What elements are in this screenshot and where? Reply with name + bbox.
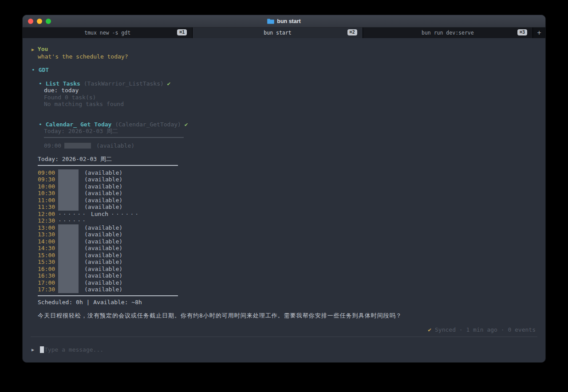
tool-output-line: due: today <box>32 87 536 94</box>
message-input[interactable]: ▶ Type a message... <box>32 346 536 353</box>
calendar-row-time: 13:00 <box>38 224 58 231</box>
availability-block <box>58 183 79 190</box>
calendar-row-time: 11:00 <box>38 197 58 204</box>
user-prompt-icon: ▶ <box>32 47 34 52</box>
availability-label: (available) <box>84 245 122 252</box>
calendar-row-time: 12:30 <box>38 217 58 224</box>
tab-shortcut-badge: ⌘2 <box>347 29 357 35</box>
availability-label: (available) <box>84 197 122 204</box>
tool-name: List Tasks <box>46 80 80 87</box>
availability-label: (available) <box>84 266 122 273</box>
tool-id: (Calendar_GetToday) <box>115 121 181 128</box>
lunch-dots: ······ <box>58 217 87 224</box>
new-tab-button[interactable]: + <box>533 27 545 38</box>
calendar-row-time: 15:30 <box>38 259 58 266</box>
calendar-preview-rule <box>44 137 184 138</box>
availability-block <box>58 204 79 211</box>
availability-block <box>58 279 79 286</box>
availability-block <box>58 238 79 245</box>
availability-label: (available) <box>84 259 122 266</box>
assistant-name: GDT <box>39 67 49 73</box>
desktop: bun start tmux new -s gdt ⌘1 bun start ⌘… <box>0 0 568 392</box>
calendar-header: Today: 2026-02-03 周二 <box>32 156 536 163</box>
lunch-label: Lunch <box>91 211 108 218</box>
calendar-row: 12:00······Lunch······ <box>38 211 536 218</box>
sync-status-text: Synced · 1 min ago · 0 events <box>435 326 536 333</box>
calendar-summary: Scheduled: 0h | Available: ~8h <box>32 299 536 306</box>
calendar-row: 14:30(available) <box>38 245 536 252</box>
calendar-row-time: 17:30 <box>38 286 58 293</box>
calendar-row: 10:30(available) <box>38 190 536 197</box>
calendar-row: 14:00(available) <box>38 238 536 245</box>
calendar-rule-top <box>38 165 178 166</box>
availability-label: (available) <box>84 279 122 286</box>
availability-block <box>58 224 79 231</box>
calendar-row-time: 10:00 <box>38 183 58 190</box>
calendar-row: 17:30(available) <box>38 286 536 293</box>
availability-label: (available) <box>84 272 122 279</box>
tool-header: • Calendar_ Get Today (Calendar_GetToday… <box>32 121 536 128</box>
availability-block <box>58 231 79 238</box>
availability-label: (available) <box>84 252 122 259</box>
availability-block <box>58 197 79 204</box>
availability-block <box>58 252 79 259</box>
calendar-row-time: 16:00 <box>38 266 58 273</box>
tab-tmux[interactable]: tmux new -s gdt ⌘1 <box>23 27 193 38</box>
calendar-rows: 09:00(available)09:30(available)10:00(av… <box>32 169 536 293</box>
calendar-row: 09:00(available) <box>38 169 536 176</box>
close-window-button[interactable] <box>28 19 33 24</box>
tool-call-calendar-get-today: • Calendar_ Get Today (Calendar_GetToday… <box>32 121 536 149</box>
input-placeholder: Type a message... <box>44 346 103 353</box>
calendar-row-time: 10:30 <box>38 190 58 197</box>
availability-block <box>58 245 79 252</box>
availability-block <box>58 259 79 266</box>
availability-label: (available) <box>84 183 122 190</box>
tab-bun-start[interactable]: bun start ⌘2 <box>193 27 363 38</box>
user-name: You <box>38 46 48 52</box>
tool-output-line: No matching tasks found <box>32 101 536 108</box>
calendar-row-time: 09:00 <box>38 169 58 176</box>
availability-block <box>58 286 79 293</box>
tool-id: (TaskWarrior_ListTasks) <box>84 80 164 87</box>
availability-block <box>58 190 79 197</box>
calendar-preview-time: 09:00 <box>44 142 64 149</box>
assistant-header: • GDT <box>32 67 536 74</box>
terminal-content: ▶ You what's the schedule today? • GDT •… <box>23 38 545 363</box>
text-cursor <box>40 346 44 353</box>
calendar-row-time: 16:30 <box>38 272 58 279</box>
calendar-row: 11:30(available) <box>38 204 536 211</box>
calendar-row: 16:30(available) <box>38 272 536 279</box>
availability-label: (available) <box>84 190 122 197</box>
minimize-window-button[interactable] <box>37 19 42 24</box>
tab-label: tmux new -s gdt <box>84 30 130 36</box>
tool-bullet-icon: • <box>39 80 42 87</box>
assistant-message: 今天日程很轻松，没有预定的会议或任务截止日期。你有约8小时的可用时间来处理工作。… <box>32 312 536 319</box>
calendar-preview-header: Today: 2026-02-03 周二 <box>32 128 536 135</box>
calendar-row-time: 13:30 <box>38 231 58 238</box>
calendar-row-time: 14:30 <box>38 245 58 252</box>
calendar-row-time: 11:30 <box>38 204 58 211</box>
calendar-row: 13:00(available) <box>38 224 536 231</box>
calendar-rule-bottom <box>38 295 178 296</box>
tab-bun-run-dev[interactable]: bun run dev:serve ⌘3 <box>363 27 533 38</box>
terminal-window: bun start tmux new -s gdt ⌘1 bun start ⌘… <box>22 15 546 363</box>
calendar-row: 15:30(available) <box>38 259 536 266</box>
window-title-area: bun start <box>267 18 300 24</box>
calendar-preview-status: (available) <box>96 142 134 149</box>
calendar-row: 12:30······ <box>38 217 536 224</box>
calendar-preview-block <box>64 143 91 149</box>
calendar-row-time: 14:00 <box>38 238 58 245</box>
success-check-icon: ✔ <box>167 80 171 87</box>
tool-bullet-icon: • <box>39 121 42 128</box>
sync-check-icon: ✔ <box>428 326 431 333</box>
availability-block <box>58 266 79 273</box>
availability-label: (available) <box>84 286 122 293</box>
traffic-lights <box>28 19 51 24</box>
calendar-row: 17:00(available) <box>38 279 536 286</box>
zoom-window-button[interactable] <box>46 19 51 24</box>
availability-block <box>58 272 79 279</box>
tab-bar: tmux new -s gdt ⌘1 bun start ⌘2 bun run … <box>23 27 545 38</box>
calendar-row-time: 17:00 <box>38 279 58 286</box>
calendar-row: 09:30(available) <box>38 176 536 183</box>
tool-name: Calendar_ Get Today <box>46 121 112 128</box>
